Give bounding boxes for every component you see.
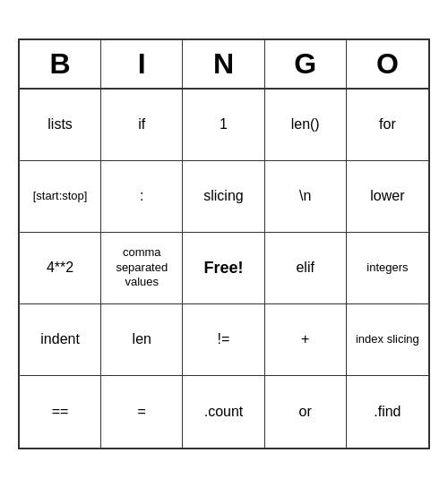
grid-cell-21: =: [101, 376, 183, 448]
header-cell-G: G: [265, 40, 347, 88]
grid-cell-15: indent: [20, 304, 101, 376]
grid-cell-6: :: [101, 161, 183, 233]
header-cell-B: B: [20, 40, 101, 88]
header-cell-O: O: [347, 40, 428, 88]
grid-cell-4: for: [347, 90, 428, 161]
header-cell-I: I: [101, 40, 183, 88]
free-space: Free!: [183, 233, 264, 304]
grid-cell-0: lists: [20, 90, 101, 161]
grid-cell-23: or: [265, 376, 347, 448]
grid-cell-19: index slicing: [347, 304, 428, 376]
grid-cell-2: 1: [183, 90, 264, 161]
grid-cell-18: +: [265, 304, 347, 376]
grid-cell-10: 4**2: [20, 233, 101, 304]
grid-cell-3: len(): [265, 90, 347, 161]
grid-cell-11: comma separated values: [101, 233, 183, 304]
grid-cell-20: ==: [20, 376, 101, 448]
grid-cell-14: integers: [347, 233, 428, 304]
grid-cell-5: [start:stop]: [20, 161, 101, 233]
grid-cell-7: slicing: [183, 161, 264, 233]
grid-cell-16: len: [101, 304, 183, 376]
header-cell-N: N: [183, 40, 264, 88]
bingo-header: BINGO: [20, 40, 428, 90]
bingo-grid: listsif1len()for[start:stop]:slicing\nlo…: [20, 90, 428, 448]
grid-cell-1: if: [101, 90, 183, 161]
grid-cell-8: \n: [265, 161, 347, 233]
grid-cell-24: .find: [347, 376, 428, 448]
grid-cell-17: !=: [183, 304, 264, 376]
grid-cell-13: elif: [265, 233, 347, 304]
bingo-card: BINGO listsif1len()for[start:stop]:slici…: [18, 38, 430, 449]
grid-cell-22: .count: [183, 376, 264, 448]
grid-cell-9: lower: [347, 161, 428, 233]
